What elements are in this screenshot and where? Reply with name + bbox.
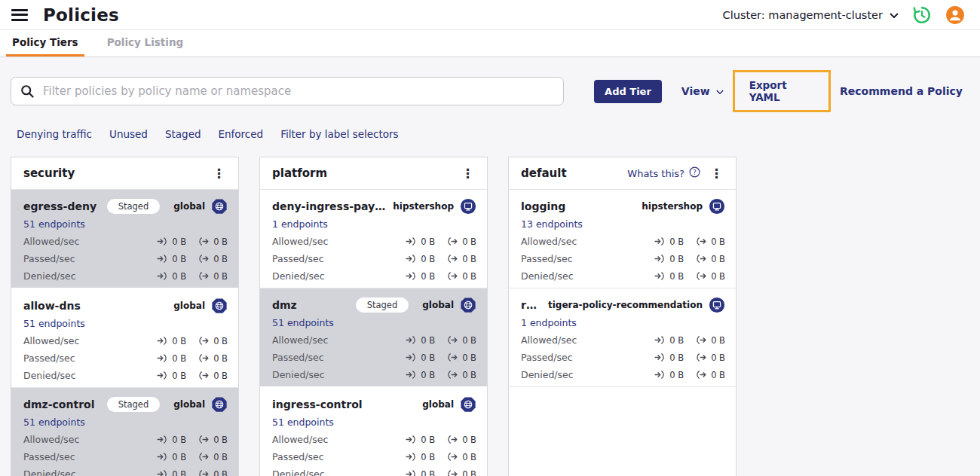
ingress-icon (406, 252, 417, 266)
ingress-value: 0 B (172, 469, 186, 476)
policy-name: allow-dns (23, 300, 167, 312)
endpoints-link[interactable]: 13 endpoints (521, 218, 725, 230)
policy-card[interactable]: deny-ingress-paymentservi… hipstershop 1… (260, 190, 487, 288)
ingress-icon (654, 333, 666, 347)
metric-label: Allowed/sec (272, 236, 328, 247)
policy-card[interactable]: ingress-control global 51 endpoints Allo… (260, 388, 487, 476)
endpoints-link[interactable]: 51 endpoints (23, 218, 228, 230)
policy-name: logging (521, 200, 635, 212)
quick-filters: Denying traffic Unused Staged Enforced F… (17, 128, 969, 140)
egress-icon (198, 351, 210, 365)
ingress-value: 0 B (421, 452, 435, 462)
metric-label: Passed/sec (23, 352, 75, 364)
egress-value: 0 B (711, 352, 725, 363)
kebab-menu-icon[interactable]: ⋮ (708, 167, 725, 180)
user-avatar[interactable] (945, 5, 965, 25)
ingress-value: 0 B (669, 370, 684, 380)
policy-scope: global (173, 301, 205, 311)
filter-enforced[interactable]: Enforced (219, 128, 264, 140)
global-policy-icon (460, 297, 476, 313)
cluster-selector-label: Cluster: management-cluster (723, 9, 883, 21)
ingress-icon (406, 269, 417, 283)
egress-value: 0 B (213, 435, 228, 445)
add-tier-button[interactable]: Add Tier (594, 80, 662, 103)
egress-icon (447, 450, 458, 464)
ingress-icon (157, 351, 168, 365)
tab-policy-tiers[interactable]: Policy Tiers (6, 30, 84, 56)
policy-card[interactable]: dmz-control Staged global 51 endpoints A… (11, 388, 238, 476)
namespace-policy-icon (709, 198, 725, 215)
search-input[interactable] (11, 77, 564, 105)
filter-staged[interactable]: Staged (165, 128, 201, 140)
ingress-icon (406, 333, 417, 347)
policy-card[interactable]: egress-deny Staged global 51 endpoints A… (11, 190, 238, 289)
ingress-value: 0 B (421, 435, 435, 445)
egress-value: 0 B (462, 271, 476, 282)
endpoints-link[interactable]: 51 endpoints (23, 416, 228, 428)
endpoints-link[interactable]: 1 endpoints (521, 317, 725, 328)
egress-value: 0 B (213, 271, 228, 282)
metric-label: Denied/sec (23, 270, 76, 282)
ingress-value: 0 B (172, 353, 186, 364)
recommend-policy-button[interactable]: Recommend a Policy (840, 85, 963, 97)
ingress-icon (157, 269, 168, 283)
metric-label: Passed/sec (521, 253, 573, 264)
export-yaml-button[interactable]: Export YAML (733, 70, 831, 112)
page-title: Policies (43, 5, 119, 25)
policy-card[interactable]: restricted tigera-policy-recommendation … (509, 288, 736, 387)
top-bar: Policies Cluster: management-cluster (0, 0, 980, 30)
endpoints-link[interactable]: 51 endpoints (272, 317, 476, 328)
egress-icon (447, 350, 458, 365)
history-icon[interactable] (912, 5, 932, 25)
ingress-icon (654, 252, 666, 266)
toolbar: Add Tier View Export YAML Recommend a Po… (11, 70, 963, 112)
policy-card[interactable]: dmz Staged global 51 endpoints Allowed/s… (260, 288, 487, 388)
egress-icon (198, 432, 210, 447)
endpoints-link[interactable]: 51 endpoints (23, 318, 228, 329)
policy-name: deny-ingress-paymentservi… (272, 200, 387, 212)
filter-denying-traffic[interactable]: Denying traffic (17, 128, 92, 140)
question-circle-icon: ? (689, 166, 700, 180)
whats-this-label: Whats this? (627, 168, 684, 179)
ingress-value: 0 B (669, 254, 684, 264)
hamburger-menu-icon[interactable] (11, 9, 28, 21)
global-policy-icon (211, 298, 228, 314)
ingress-icon (654, 350, 666, 365)
filter-by-label-selectors[interactable]: Filter by label selectors (280, 128, 398, 140)
view-dropdown[interactable]: View (681, 85, 724, 97)
metric-label: Allowed/sec (272, 334, 328, 346)
policy-name: dmz-control (23, 398, 101, 410)
egress-icon (447, 432, 458, 447)
egress-icon (447, 252, 458, 266)
egress-value: 0 B (462, 254, 476, 264)
endpoints-link[interactable]: 1 endpoints (272, 218, 476, 230)
endpoints-link[interactable]: 51 endpoints (272, 416, 476, 428)
tab-policy-listing[interactable]: Policy Listing (101, 30, 190, 56)
tier-header: default Whats this? ? ⋮ (509, 157, 736, 190)
metric-label: Denied/sec (23, 468, 76, 476)
tier-board: security ⋮ egress-deny Staged global 51 … (11, 157, 969, 476)
metric-label: Allowed/sec (23, 236, 79, 247)
kebab-menu-icon[interactable]: ⋮ (210, 167, 228, 180)
policy-card[interactable]: allow-dns global 51 endpoints Allowed/se… (11, 289, 238, 388)
tier-security: security ⋮ egress-deny Staged global 51 … (11, 157, 239, 476)
egress-icon (198, 234, 210, 249)
policy-card[interactable]: logging hipstershop 13 endpoints Allowed… (509, 190, 736, 288)
egress-icon (198, 269, 210, 283)
filter-unused[interactable]: Unused (109, 128, 148, 140)
ingress-icon (654, 368, 666, 382)
chevron-down-icon (890, 9, 899, 21)
whats-this-link[interactable]: Whats this? ? (627, 166, 700, 180)
global-policy-icon (460, 396, 476, 413)
egress-value: 0 B (711, 254, 725, 264)
tier-header: platform ⋮ (260, 157, 487, 190)
ingress-value: 0 B (669, 335, 684, 346)
policy-name: ingress-control (272, 398, 416, 410)
egress-icon (198, 252, 210, 266)
metric-label: Denied/sec (272, 369, 325, 380)
ingress-icon (157, 467, 168, 476)
cluster-selector[interactable]: Cluster: management-cluster (723, 9, 899, 21)
kebab-menu-icon[interactable]: ⋮ (459, 167, 476, 180)
ingress-value: 0 B (421, 370, 435, 380)
policy-name: egress-deny (23, 200, 101, 212)
